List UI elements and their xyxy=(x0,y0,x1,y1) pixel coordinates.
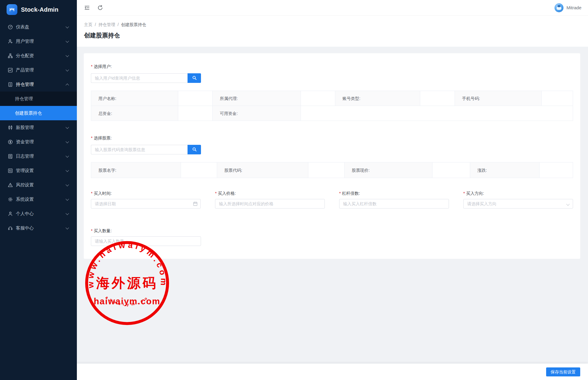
chevron-down-icon xyxy=(566,202,569,206)
user-table-label: 手机号码: xyxy=(455,91,542,106)
user-table-value xyxy=(301,91,335,106)
user-table-value xyxy=(178,91,213,106)
sidebar-item-system-settings[interactable]: 系统设置 xyxy=(0,192,77,206)
system-icon xyxy=(8,197,13,202)
chevron-down-icon xyxy=(65,140,69,143)
user-table-value xyxy=(301,106,573,121)
breadcrumb-block: 主页 / 持仓管理 / 创建股票持仓 创建股票持仓 xyxy=(77,16,588,47)
buy-time-field: *买入时间: xyxy=(91,190,201,209)
chevron-down-icon xyxy=(65,125,69,129)
avatar xyxy=(555,3,563,12)
products-icon xyxy=(8,68,13,73)
app-title: Stock-Admin xyxy=(21,6,59,13)
sidebar-item-dashboard[interactable]: 仪表盘 xyxy=(0,20,77,34)
save-settings-button[interactable]: 保存当前设置 xyxy=(546,367,580,376)
buy-fields-row: *买入时间: *买入价格: *杠杆倍数: *买入方向: xyxy=(91,190,573,209)
user-search-row xyxy=(91,73,201,83)
breadcrumb-separator: / xyxy=(95,22,96,28)
direction-field: *买入方向: 请选择买入方向 xyxy=(463,190,573,209)
buy-time-label: *买入时间: xyxy=(91,190,201,196)
search-icon xyxy=(192,75,197,81)
sidebar-item-ipo[interactable]: 新股管理 xyxy=(0,120,77,135)
chevron-down-icon xyxy=(65,25,69,28)
chevron-down-icon xyxy=(65,168,69,172)
stock-search-row xyxy=(91,145,201,154)
quantity-field: *买入数量: xyxy=(91,228,201,246)
buy-time-input[interactable] xyxy=(91,199,201,209)
breadcrumb-current: 创建股票持仓 xyxy=(121,22,146,28)
stock-table-value xyxy=(540,162,573,178)
leverage-label: *杠杆倍数: xyxy=(339,190,449,196)
app-logo-icon xyxy=(7,4,17,15)
sidebar-item-risk-settings[interactable]: 风控设置 xyxy=(0,178,77,192)
sidebar-item-allocation[interactable]: 分仓配资 xyxy=(0,48,77,63)
chevron-down-icon xyxy=(65,39,69,42)
stock-search-button[interactable] xyxy=(188,145,201,154)
sidebar: Stock-Admin 仪表盘 用户管理 分仓配资 产品管理 持仓管理 持仓管理… xyxy=(0,0,77,380)
sidebar-item-logs[interactable]: 日志管理 xyxy=(0,149,77,163)
user-table-label: 可用资金: xyxy=(213,106,301,121)
user-table-label: 用户名称: xyxy=(91,91,178,106)
stock-table-label: 涨跌: xyxy=(470,162,540,178)
positions-icon xyxy=(8,82,13,87)
sidebar-item-admin-settings[interactable]: 管理设置 xyxy=(0,163,77,178)
users-icon xyxy=(8,39,13,44)
stock-table-value xyxy=(432,162,470,178)
breadcrumb-positions[interactable]: 持仓管理 xyxy=(98,22,115,28)
user-search-input[interactable] xyxy=(91,73,188,83)
leverage-input[interactable] xyxy=(339,199,449,209)
quantity-input[interactable] xyxy=(91,236,201,246)
stock-table-value xyxy=(308,162,345,178)
form-card: *选择用户: 用户名称: 所属代理: 账号类型: 手机号码: 总资金: 可用资金… xyxy=(84,53,580,259)
chevron-down-icon xyxy=(65,54,69,57)
user-table-label: 所属代理: xyxy=(213,91,301,106)
user-table-value xyxy=(420,91,455,106)
user-table-label: 总资金: xyxy=(91,106,178,121)
stock-search-input[interactable] xyxy=(91,145,188,154)
sidebar-item-profile[interactable]: 个人中心 xyxy=(0,206,77,221)
stock-info-table: 股票名字: 股票代码: 股票现价: 涨跌: xyxy=(91,162,573,178)
chevron-up-icon xyxy=(65,83,69,87)
admin-settings-icon xyxy=(8,168,13,173)
breadcrumb-home[interactable]: 主页 xyxy=(84,22,92,28)
sidebar-item-support[interactable]: 客服中心 xyxy=(0,221,77,235)
user-search-button[interactable] xyxy=(188,73,201,83)
top-header: Mitrade xyxy=(77,0,588,16)
chevron-down-icon xyxy=(65,154,69,157)
direction-select[interactable]: 请选择买入方向 xyxy=(463,199,573,209)
user-info-table: 用户名称: 所属代理: 账号类型: 手机号码: 总资金: 可用资金: xyxy=(91,91,573,121)
main-content: *选择用户: 用户名称: 所属代理: 账号类型: 手机号码: 总资金: 可用资金… xyxy=(77,47,588,380)
user-table-label: 账号类型: xyxy=(335,91,420,106)
sidebar-item-positions[interactable]: 持仓管理 xyxy=(0,77,77,92)
refresh-icon[interactable] xyxy=(97,5,103,11)
sidebar-item-user-management[interactable]: 用户管理 xyxy=(0,34,77,48)
user-table-value xyxy=(542,91,573,106)
chevron-down-icon xyxy=(65,212,69,215)
buy-price-input[interactable] xyxy=(215,199,325,209)
support-icon xyxy=(8,226,13,231)
breadcrumb: 主页 / 持仓管理 / 创建股票持仓 xyxy=(84,22,588,28)
chevron-down-icon xyxy=(65,226,69,229)
direction-label: *买入方向: xyxy=(463,190,573,196)
sidebar-menu: 仪表盘 用户管理 分仓配资 产品管理 持仓管理 持仓管理 创建股票持仓 新股管理 xyxy=(0,20,77,235)
user-name: Mitrade xyxy=(566,5,581,10)
quantity-label: *买入数量: xyxy=(91,228,201,234)
buy-price-label: *买入价格: xyxy=(215,190,325,196)
sidebar-subitem-create-stock-position[interactable]: 创建股票持仓 xyxy=(0,106,77,120)
stock-table-label: 股票名字: xyxy=(91,162,181,178)
app-logo[interactable]: Stock-Admin xyxy=(0,0,77,19)
breadcrumb-separator: / xyxy=(118,22,119,28)
search-icon xyxy=(192,147,197,153)
menu-fold-icon[interactable] xyxy=(84,5,90,11)
sidebar-item-funds[interactable]: 资金管理 xyxy=(0,135,77,149)
chevron-down-icon xyxy=(65,183,69,186)
sidebar-item-products[interactable]: 产品管理 xyxy=(0,63,77,77)
funds-icon xyxy=(8,139,13,145)
select-stock-label: *选择股票: xyxy=(91,135,573,141)
dashboard-icon xyxy=(8,25,13,30)
profile-icon xyxy=(8,211,13,216)
user-menu[interactable]: Mitrade xyxy=(555,3,581,12)
page-title: 创建股票持仓 xyxy=(84,31,588,39)
sidebar-subitem-positions[interactable]: 持仓管理 xyxy=(0,92,77,106)
leverage-field: *杠杆倍数: xyxy=(339,190,449,209)
